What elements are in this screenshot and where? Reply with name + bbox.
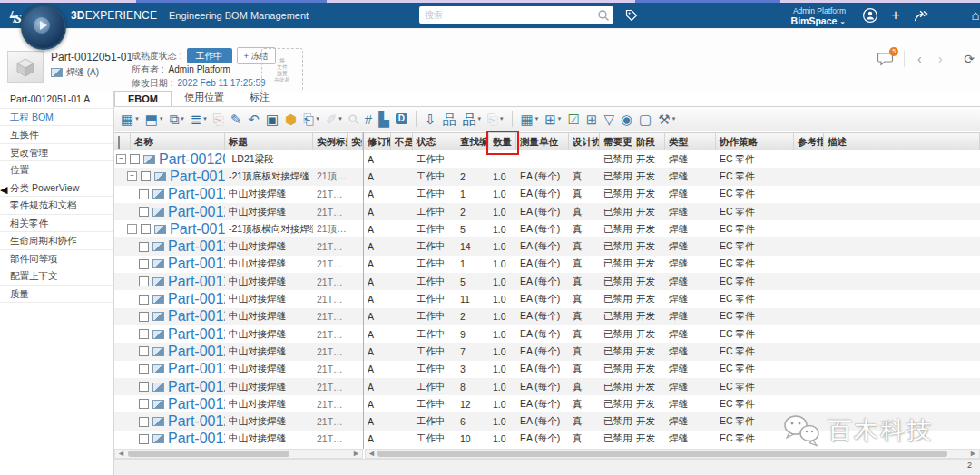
part-name-link[interactable]: Part-0012210 [168,344,225,360]
sidebar-item[interactable]: 部件同等项 [0,250,113,268]
bom-row[interactable]: Part-0012210中山对接焊缝21T… [114,343,363,360]
collapse-expander-icon[interactable] [116,154,126,164]
row-checkbox[interactable] [141,171,151,181]
sidebar-item[interactable]: 质量 [0,286,113,304]
sidebar-collapse-handle[interactable]: ◀ [0,184,7,196]
column-header-标题[interactable]: 标题 [225,133,313,150]
column-header-协作策略[interactable]: 协作策略 [716,133,794,150]
row-checkbox[interactable] [139,259,149,269]
bom-row[interactable]: Part-0012213中山对接焊缝21T… [114,395,363,412]
refresh-icon[interactable]: ⟳ [964,52,975,66]
bom-row[interactable]: A工作中21.0EA (每个)真已禁用开发焊缝EC 零件 [364,168,980,185]
bom-row[interactable]: A工作中51.0EA (每个)真已禁用开发焊缝EC 零件 [364,220,980,238]
part-name-link[interactable]: Part-0012215 [168,291,225,307]
part-name-link[interactable]: Part-0012221 [168,431,225,447]
share-icon[interactable] [913,7,929,24]
pane-divider[interactable] [363,132,364,449]
file-dropzone[interactable]: 将 文件 放置 在此处 [261,48,303,92]
part-name-link[interactable]: Part-0012217 [168,308,225,325]
bom-row[interactable]: Part-0012218中山对接焊缝21T… [114,238,363,255]
scroll-right-icon[interactable] [352,449,360,458]
scroll-left-icon[interactable] [368,449,376,458]
pin-table-icon[interactable]: ▦ [521,112,539,126]
undo-icon[interactable]: ↶ [248,112,260,126]
tenant-switcher[interactable]: Admin Platform BimSpace ⌄ [791,6,846,26]
row-checkbox[interactable] [139,312,149,322]
part-number-icon[interactable]: # [365,112,372,126]
safety-helmet-icon[interactable]: ⬢ [285,112,297,126]
bom-row[interactable]: A工作中51.0EA (每个)真已禁用开发焊缝EC 零件 [364,273,980,290]
bom-row[interactable]: Part-0012222中山对接焊缝21T… [114,325,363,343]
bom-row[interactable]: A工作中已禁用开发焊缝EC 零件 [364,150,980,168]
scroll-left-icon[interactable] [117,449,125,458]
sidebar-item[interactable]: 更改管理 [0,144,113,162]
collapse-expander-icon[interactable] [127,224,137,234]
sidebar-item[interactable]: 零件规范和文档 [0,197,113,215]
column-header-需要更新[interactable]: 需要更新 [600,133,632,150]
column-header-类型[interactable]: 类型 [665,133,716,150]
column-header-数量[interactable]: 数量 [489,133,516,150]
part-name-link[interactable]: Part-0012218 [168,238,225,255]
search-input[interactable] [419,10,596,20]
document-copy-icon[interactable]: ⎗ [303,112,319,126]
sidebar-item[interactable]: 位置 [0,161,113,179]
part-name-link[interactable]: Part-0012211 [168,274,225,290]
part-name-link[interactable]: Part-0012181 [168,186,225,202]
part-name-link[interactable]: Part-0012220 [168,256,225,272]
bom-row[interactable]: A工作中91.0EA (每个)真已禁用开发焊缝EC 零件 [364,325,980,343]
bom-row[interactable]: Part-0012219中山对接焊缝21T… [114,412,363,430]
bom-row[interactable]: A工作中11.0EA (每个)真已禁用开发焊缝EC 零件 [364,186,980,203]
part-name-link[interactable]: Part-0012209 [168,379,225,395]
row-checkbox[interactable] [139,276,149,286]
bom-row[interactable]: Part-0012181中山对接焊缝21T… [114,186,363,203]
user-profile-icon[interactable] [862,7,878,24]
add-content-icon[interactable]: + [887,7,904,24]
scrollbar-thumb[interactable] [377,451,947,457]
bom-row[interactable]: Part-0012209中山对接焊缝21T… [114,378,363,395]
bom-row[interactable]: A工作中71.0EA (每个)真已禁用开发焊缝EC 零件 [364,343,980,360]
export-structure-icon[interactable]: ⬒ [145,112,163,126]
sidebar-item[interactable]: 分类 PowerView [0,179,113,198]
column-header-查找编号[interactable]: 查找编号 [456,133,489,150]
nav-next-icon[interactable]: › [934,52,946,66]
column-header-参考指示[interactable]: 参考指示 [794,133,824,150]
bom-row[interactable]: Part-0012211中山对接焊缝21T… [114,273,363,290]
left-pane-hscrollbar[interactable] [114,449,363,459]
bom-row[interactable]: A工作中21.0EA (每个)真已禁用开发焊缝EC 零件 [364,203,980,220]
tab-使用位置[interactable]: 使用位置 [172,89,237,106]
bom-row[interactable]: A工作中21.0EA (每个)真已禁用开发焊缝EC 零件 [364,308,980,325]
column-header-实例标题[interactable]: 实例标题 [313,133,348,150]
column-header-不是[interactable]: 不是 [391,133,413,150]
home-icon[interactable]: ⌂ [967,7,980,24]
row-checkbox[interactable] [139,295,149,305]
bom-row[interactable]: A工作中141.0EA (每个)真已禁用开发焊缝EC 零件 [364,238,980,255]
row-checkbox[interactable] [130,154,140,164]
add-panel-icon[interactable]: ⊞ [586,112,598,126]
sidebar-item[interactable]: 生命周期和协作 [0,232,113,250]
part-name-link[interactable]: Part-0012053-01 [170,169,225,185]
scrollbar-thumb[interactable] [128,451,289,457]
part-name-link[interactable]: Part-0012219 [168,413,225,430]
edit-pencil-icon[interactable]: ✎ [230,112,242,126]
replace-view-icon[interactable]: ⧉ [169,112,183,126]
bom-row[interactable]: A工作中61.0EA (每个)真已禁用开发焊缝EC 零件 [364,412,980,430]
tag-icon[interactable] [624,8,639,23]
filter-icon[interactable]: ▽ [603,112,614,126]
row-checkbox[interactable] [139,189,149,199]
bom-row[interactable]: A工作中31.0EA (每个)真已禁用开发焊缝EC 零件 [364,361,980,378]
row-checkbox[interactable] [139,329,149,339]
bom-row[interactable]: A工作中111.0EA (每个)真已禁用开发焊缝EC 零件 [364,290,980,307]
comments-icon[interactable]: 5 [877,51,896,67]
bom-row[interactable]: A工作中11.0EA (每个)真已禁用开发焊缝EC 零件 [364,256,980,273]
column-header-阶段[interactable]: 阶段 [632,133,665,150]
row-checkbox[interactable] [139,364,149,374]
bom-row[interactable]: Part-0012182中山对接焊缝21T… [114,203,363,220]
collapse-expander-icon[interactable] [127,171,137,181]
bom-row[interactable]: Part-0012051-01-LD21梁段 [114,150,363,168]
bom-row[interactable]: Part-0012055-01-21顶板横向对接焊缝21顶… [114,220,363,238]
scroll-right-icon[interactable] [969,449,977,458]
sidebar-item[interactable]: 互换件 [0,126,113,144]
bom-row[interactable]: Part-0012053-01-21顶底板对接焊缝21顶… [114,168,363,185]
sidebar-item[interactable]: 工程 BOM [0,109,113,127]
row-checkbox[interactable] [141,224,151,234]
